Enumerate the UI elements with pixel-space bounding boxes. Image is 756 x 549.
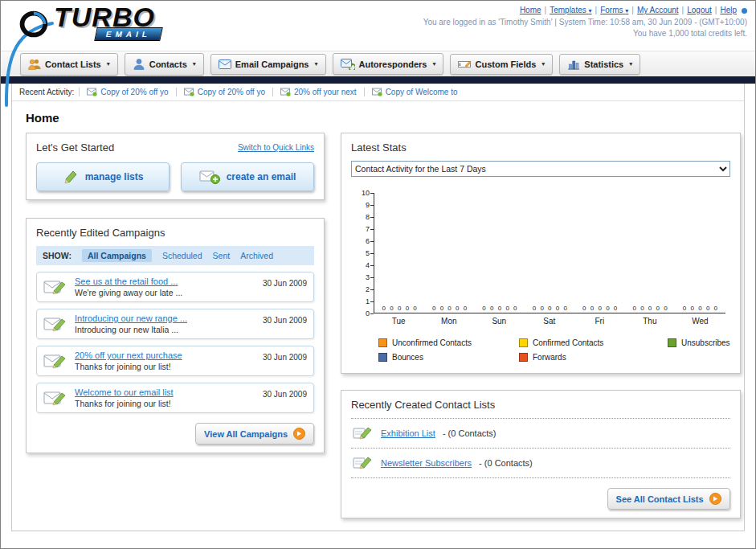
nav-tab-label: Custom Fields — [475, 59, 536, 69]
header-right: Home|Templates ▾|Forms ▾|My Account|Logo… — [423, 5, 747, 39]
chart-legend: Unconfirmed ContactsConfirmed ContactsUn… — [378, 338, 730, 362]
campaign-row[interactable]: Introducing our new range ... Introducin… — [36, 309, 314, 339]
chart-value-labels: 0 0 0 0 0 — [675, 305, 725, 313]
arrow-right-icon — [293, 428, 305, 440]
chart-value-labels: 0 0 0 0 0 — [625, 305, 675, 313]
legend-label: Bounces — [392, 353, 423, 362]
nav-tab-label: Contact Lists — [45, 59, 101, 69]
campaign-row[interactable]: Welcome to our email list Thanks for joi… — [36, 383, 314, 413]
legend-swatch — [378, 353, 387, 362]
view-all-campaigns-label: View All Campaigns — [204, 429, 288, 439]
top-link-templates[interactable]: Templates ▾ — [550, 6, 591, 14]
see-all-contact-lists-button[interactable]: See All Contact Lists — [607, 488, 730, 510]
recent-activity-item[interactable]: Copy of 20% off yo — [79, 88, 175, 96]
separator: | — [715, 6, 717, 14]
arrow-right-icon — [709, 493, 721, 505]
nav-tab-custom-fields[interactable]: Custom Fields ▾ — [450, 54, 553, 75]
statistics-icon — [567, 59, 580, 70]
campaign-title-link[interactable]: Introducing our new range ... — [75, 313, 255, 323]
recent-activity-item[interactable]: Copy of Welcome to — [364, 88, 465, 96]
legend-item: Forwards — [519, 353, 668, 362]
top-link-home[interactable]: Home — [520, 6, 541, 14]
nav-tab-contact-lists[interactable]: Contact Lists ▾ — [20, 53, 118, 76]
logo-swirl-icon — [14, 7, 51, 43]
chart-x-tick-label: Tue — [374, 313, 424, 326]
filter-tab-archived[interactable]: Archived — [240, 251, 273, 260]
recent-activity-link[interactable]: Copy of 20% off yo — [100, 88, 168, 96]
campaign-filter-bar: SHOW: All Campaigns Scheduled Sent Archi… — [36, 246, 314, 265]
legend-item: Unconfirmed Contacts — [378, 338, 519, 347]
top-link-forms[interactable]: Forms ▾ — [600, 6, 628, 14]
chart-value-labels: 0 0 0 0 0 — [374, 305, 424, 313]
campaign-row[interactable]: 20% off your next purchase Thanks for jo… — [36, 346, 314, 376]
left-column: Let's Get Started Switch to Quick Links … — [26, 133, 325, 453]
login-info: You are logged in as 'Timothy Smith' | S… — [423, 17, 747, 28]
campaign-date: 30 Jun 2009 — [263, 279, 307, 288]
separator: | — [631, 6, 634, 14]
top-nav: Home|Templates ▾|Forms ▾|My Account|Logo… — [423, 5, 747, 17]
campaign-title-link[interactable]: 20% off your next purchase — [75, 350, 255, 360]
campaign-date: 30 Jun 2009 — [263, 316, 307, 325]
legend-label: Forwards — [533, 353, 566, 362]
filter-tab-all-campaigns[interactable]: All Campaigns — [82, 249, 152, 262]
nav-tab-statistics[interactable]: Statistics ▾ — [559, 54, 640, 75]
recent-activity-item[interactable]: 20% off your next — [272, 88, 364, 96]
contact-list-item[interactable]: Newsletter Subscribers - (0 Contacts) — [351, 449, 730, 478]
chart-value-labels: 0 0 0 0 0 — [525, 305, 574, 313]
contact-activity-chart: 109876543210 0 0 0 0 00 0 0 0 00 0 0 0 0… — [351, 193, 730, 326]
filter-tab-scheduled[interactable]: Scheduled — [162, 251, 202, 260]
pencil-icon — [63, 169, 79, 185]
nav-tab-contacts[interactable]: Contacts ▾ — [125, 53, 204, 76]
recent-activity-item[interactable]: Copy of 20% off yo — [176, 88, 272, 96]
chart-x-axis: TueMonSunSatFriThuWed — [374, 313, 725, 326]
campaign-title-link[interactable]: See us at the retail food ... — [75, 277, 255, 286]
campaign-subtitle: Thanks for joining our list! — [75, 399, 255, 408]
legend-item: Bounces — [378, 353, 519, 362]
chevron-down-icon: ▾ — [193, 60, 196, 68]
chart-x-tick-label: Sat — [525, 313, 575, 326]
credits-info: You have 1,000 total credits left. — [423, 28, 747, 39]
recent-activity-link[interactable]: 20% off your next — [294, 88, 357, 96]
chevron-down-icon: ▾ — [629, 60, 632, 68]
dashboard-columns: Let's Get Started Switch to Quick Links … — [12, 133, 744, 535]
chevron-down-icon: ▾ — [432, 60, 435, 68]
top-link-label: Forms — [600, 6, 623, 14]
switch-quick-links-link[interactable]: Switch to Quick Links — [238, 143, 314, 152]
top-link-logout[interactable]: Logout — [687, 6, 712, 14]
get-started-title: Let's Get Started — [36, 141, 114, 154]
campaign-date: 30 Jun 2009 — [263, 353, 307, 362]
email-plus-icon — [199, 169, 220, 185]
chart-value-labels: 0 0 0 0 0 — [424, 305, 474, 313]
view-all-campaigns-button[interactable]: View All Campaigns — [195, 423, 314, 445]
edit-campaign-icon — [43, 314, 67, 334]
get-started-panel: Let's Get Started Switch to Quick Links … — [26, 133, 325, 200]
top-link-help[interactable]: Help — [720, 6, 737, 14]
chevron-down-icon: ▾ — [541, 60, 545, 68]
edit-list-icon — [353, 425, 374, 441]
recent-activity-link[interactable]: Copy of Welcome to — [386, 88, 458, 96]
manage-lists-label: manage lists — [85, 171, 144, 182]
top-link-my-account[interactable]: My Account — [637, 6, 679, 14]
stats-period-select[interactable]: Contact Activity for the Last 7 Days — [351, 161, 730, 177]
nav-tab-email-campaigns[interactable]: Email Campaigns ▾ — [210, 54, 326, 75]
contact-list-link[interactable]: Exhibition List — [381, 428, 435, 438]
contact-list-item[interactable]: Exhibition List - (0 Contacts) — [351, 419, 730, 449]
nav-tab-autoresponders[interactable]: Autoresponders ▾ — [333, 53, 444, 75]
nav-divider-bar — [1, 76, 755, 84]
manage-lists-button[interactable]: manage lists — [36, 162, 170, 191]
chart-x-tick-label: Wed — [675, 313, 725, 326]
email-new-icon — [372, 88, 382, 96]
campaign-title-link[interactable]: Welcome to our email list — [75, 387, 255, 397]
create-email-label: create an email — [227, 171, 296, 182]
legend-label: Unconfirmed Contacts — [392, 338, 472, 347]
filter-tab-sent[interactable]: Sent — [213, 251, 231, 260]
campaign-row[interactable]: See us at the retail food ... We're givi… — [36, 272, 314, 302]
email-new-icon — [87, 88, 97, 96]
contact-list-link[interactable]: Newsletter Subscribers — [381, 458, 472, 468]
edit-campaign-icon — [43, 351, 67, 371]
legend-swatch — [519, 338, 528, 347]
right-column: Latest Stats Contact Activity for the La… — [341, 133, 741, 518]
recent-activity-bar: Recent Activity: Copy of 20% off yo Copy… — [12, 84, 744, 101]
recent-activity-link[interactable]: Copy of 20% off yo — [198, 88, 265, 96]
create-email-button[interactable]: create an email — [181, 162, 314, 191]
